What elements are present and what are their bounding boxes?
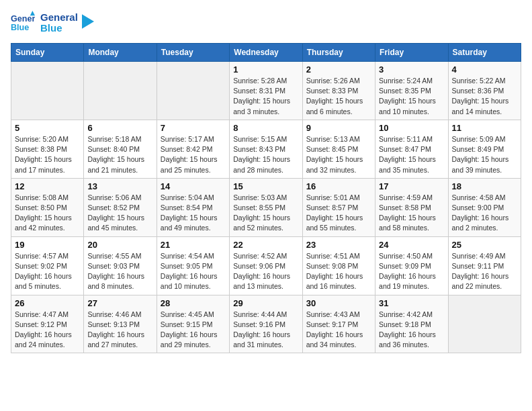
day-info: Sunrise: 5:03 AM Sunset: 8:55 PM Dayligh…	[233, 193, 298, 234]
day-info: Sunrise: 5:22 AM Sunset: 8:36 PM Dayligh…	[452, 76, 517, 117]
day-info: Sunrise: 4:44 AM Sunset: 9:16 PM Dayligh…	[233, 310, 298, 351]
day-number: 13	[87, 181, 152, 191]
calendar-cell: 13Sunrise: 5:06 AM Sunset: 8:52 PM Dayli…	[84, 178, 157, 236]
calendar-header-row: SundayMondayTuesdayWednesdayThursdayFrid…	[11, 44, 521, 62]
weekday-header-saturday: Saturday	[448, 44, 521, 62]
weekday-header-monday: Monday	[84, 44, 157, 62]
day-info: Sunrise: 5:18 AM Sunset: 8:40 PM Dayligh…	[87, 134, 152, 175]
day-info: Sunrise: 5:20 AM Sunset: 8:38 PM Dayligh…	[15, 134, 80, 175]
day-info: Sunrise: 4:45 AM Sunset: 9:15 PM Dayligh…	[161, 310, 226, 351]
day-info: Sunrise: 4:50 AM Sunset: 9:09 PM Dayligh…	[379, 251, 444, 292]
weekday-header-sunday: Sunday	[11, 44, 84, 62]
day-number: 11	[452, 123, 517, 133]
calendar-cell: 1Sunrise: 5:28 AM Sunset: 8:31 PM Daylig…	[230, 62, 302, 120]
day-number: 24	[379, 240, 444, 250]
calendar-cell: 23Sunrise: 4:51 AM Sunset: 9:08 PM Dayli…	[302, 236, 375, 295]
day-number: 23	[306, 240, 371, 250]
day-number: 30	[306, 298, 371, 308]
day-info: Sunrise: 5:01 AM Sunset: 8:57 PM Dayligh…	[306, 193, 371, 234]
day-info: Sunrise: 4:58 AM Sunset: 9:00 PM Dayligh…	[452, 193, 517, 234]
day-number: 3	[379, 64, 444, 75]
day-number: 5	[15, 123, 80, 133]
calendar-cell: 31Sunrise: 4:42 AM Sunset: 9:18 PM Dayli…	[375, 295, 448, 353]
day-number: 7	[161, 123, 226, 133]
calendar-cell: 7Sunrise: 5:17 AM Sunset: 8:42 PM Daylig…	[157, 120, 229, 178]
weekday-header-thursday: Thursday	[302, 44, 375, 62]
day-number: 27	[87, 298, 152, 308]
calendar-cell: 5Sunrise: 5:20 AM Sunset: 8:38 PM Daylig…	[11, 120, 84, 178]
day-info: Sunrise: 5:28 AM Sunset: 8:31 PM Dayligh…	[233, 76, 298, 117]
calendar-cell	[157, 62, 229, 120]
day-info: Sunrise: 4:52 AM Sunset: 9:06 PM Dayligh…	[233, 251, 298, 292]
calendar-cell: 18Sunrise: 4:58 AM Sunset: 9:00 PM Dayli…	[448, 178, 521, 236]
svg-marker-2	[30, 11, 35, 15]
calendar-cell: 30Sunrise: 4:43 AM Sunset: 9:17 PM Dayli…	[302, 295, 375, 353]
day-number: 1	[233, 64, 298, 75]
calendar-cell: 24Sunrise: 4:50 AM Sunset: 9:09 PM Dayli…	[375, 236, 448, 295]
calendar-week-5: 26Sunrise: 4:47 AM Sunset: 9:12 PM Dayli…	[11, 295, 521, 353]
day-info: Sunrise: 5:08 AM Sunset: 8:50 PM Dayligh…	[15, 193, 80, 234]
logo-general: General	[40, 12, 78, 24]
calendar-week-1: 1Sunrise: 5:28 AM Sunset: 8:31 PM Daylig…	[11, 62, 521, 120]
calendar-cell: 11Sunrise: 5:09 AM Sunset: 8:49 PM Dayli…	[448, 120, 521, 178]
calendar-cell: 3Sunrise: 5:24 AM Sunset: 8:35 PM Daylig…	[375, 62, 448, 120]
calendar-cell: 4Sunrise: 5:22 AM Sunset: 8:36 PM Daylig…	[448, 62, 521, 120]
day-info: Sunrise: 5:09 AM Sunset: 8:49 PM Dayligh…	[452, 134, 517, 175]
day-number: 19	[15, 240, 80, 250]
day-number: 22	[233, 240, 298, 250]
calendar-cell: 21Sunrise: 4:54 AM Sunset: 9:05 PM Dayli…	[157, 236, 229, 295]
day-info: Sunrise: 4:57 AM Sunset: 9:02 PM Dayligh…	[15, 251, 80, 292]
svg-marker-3	[82, 14, 94, 29]
day-info: Sunrise: 5:26 AM Sunset: 8:33 PM Dayligh…	[306, 76, 371, 117]
calendar-cell	[448, 295, 521, 353]
day-number: 28	[161, 298, 226, 308]
day-number: 6	[87, 123, 152, 133]
day-number: 21	[161, 240, 226, 250]
calendar-cell: 6Sunrise: 5:18 AM Sunset: 8:40 PM Daylig…	[84, 120, 157, 178]
page-header: General Blue General Blue	[11, 11, 521, 35]
calendar-cell: 9Sunrise: 5:13 AM Sunset: 8:45 PM Daylig…	[302, 120, 375, 178]
calendar-cell: 28Sunrise: 4:45 AM Sunset: 9:15 PM Dayli…	[157, 295, 229, 353]
day-info: Sunrise: 5:24 AM Sunset: 8:35 PM Dayligh…	[379, 76, 444, 117]
calendar-cell: 29Sunrise: 4:44 AM Sunset: 9:16 PM Dayli…	[230, 295, 302, 353]
day-number: 4	[452, 64, 517, 75]
day-number: 10	[379, 123, 444, 133]
logo: General Blue General Blue	[11, 11, 94, 35]
calendar-cell: 20Sunrise: 4:55 AM Sunset: 9:03 PM Dayli…	[84, 236, 157, 295]
calendar-cell	[11, 62, 84, 120]
day-info: Sunrise: 5:04 AM Sunset: 8:54 PM Dayligh…	[161, 193, 226, 234]
day-info: Sunrise: 4:46 AM Sunset: 9:13 PM Dayligh…	[87, 310, 152, 351]
day-number: 25	[452, 240, 517, 250]
calendar-cell: 27Sunrise: 4:46 AM Sunset: 9:13 PM Dayli…	[84, 295, 157, 353]
calendar-cell: 2Sunrise: 5:26 AM Sunset: 8:33 PM Daylig…	[302, 62, 375, 120]
calendar-cell: 25Sunrise: 4:49 AM Sunset: 9:11 PM Dayli…	[448, 236, 521, 295]
day-info: Sunrise: 5:13 AM Sunset: 8:45 PM Dayligh…	[306, 134, 371, 175]
day-info: Sunrise: 4:47 AM Sunset: 9:12 PM Dayligh…	[15, 310, 80, 351]
calendar-cell: 10Sunrise: 5:11 AM Sunset: 8:47 PM Dayli…	[375, 120, 448, 178]
day-number: 26	[15, 298, 80, 308]
day-number: 20	[87, 240, 152, 250]
day-info: Sunrise: 4:59 AM Sunset: 8:58 PM Dayligh…	[379, 193, 444, 234]
day-info: Sunrise: 4:54 AM Sunset: 9:05 PM Dayligh…	[161, 251, 226, 292]
calendar-table: SundayMondayTuesdayWednesdayThursdayFrid…	[11, 43, 521, 353]
day-number: 14	[161, 181, 226, 191]
svg-text:Blue: Blue	[11, 23, 29, 32]
calendar-cell: 22Sunrise: 4:52 AM Sunset: 9:06 PM Dayli…	[230, 236, 302, 295]
day-number: 16	[306, 181, 371, 191]
weekday-header-wednesday: Wednesday	[230, 44, 302, 62]
day-info: Sunrise: 5:15 AM Sunset: 8:43 PM Dayligh…	[233, 134, 298, 175]
calendar-cell: 15Sunrise: 5:03 AM Sunset: 8:55 PM Dayli…	[230, 178, 302, 236]
calendar-week-4: 19Sunrise: 4:57 AM Sunset: 9:02 PM Dayli…	[11, 236, 521, 295]
day-number: 31	[379, 298, 444, 308]
weekday-header-tuesday: Tuesday	[157, 44, 229, 62]
weekday-header-friday: Friday	[375, 44, 448, 62]
day-info: Sunrise: 4:51 AM Sunset: 9:08 PM Dayligh…	[306, 251, 371, 292]
calendar-cell	[84, 62, 157, 120]
calendar-week-2: 5Sunrise: 5:20 AM Sunset: 8:38 PM Daylig…	[11, 120, 521, 178]
calendar-week-3: 12Sunrise: 5:08 AM Sunset: 8:50 PM Dayli…	[11, 178, 521, 236]
logo-arrow-icon	[82, 14, 94, 29]
day-number: 29	[233, 298, 298, 308]
calendar-cell: 26Sunrise: 4:47 AM Sunset: 9:12 PM Dayli…	[11, 295, 84, 353]
day-number: 8	[233, 123, 298, 133]
day-number: 15	[233, 181, 298, 191]
